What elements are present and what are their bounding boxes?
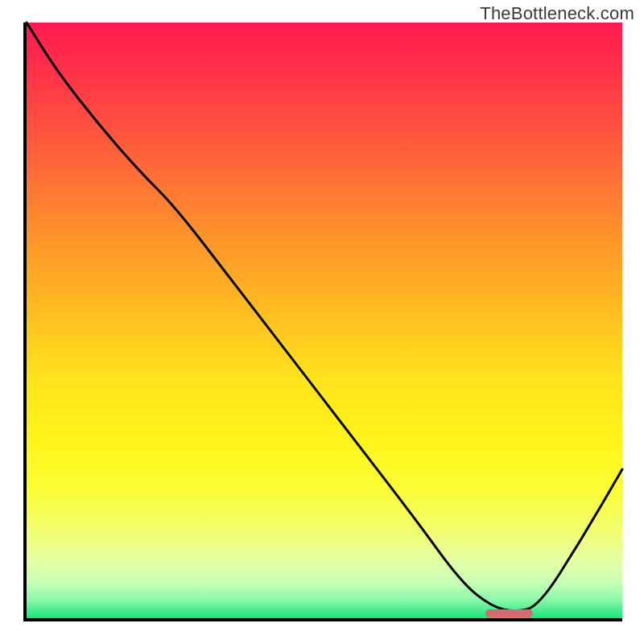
bottleneck-curve-path [27,23,622,611]
optimal-range-marker [485,609,533,617]
x-axis-line [23,618,622,621]
chart-container: { "watermark": "TheBottleneck.com", "cha… [0,0,644,644]
bottleneck-curve-svg [27,23,622,618]
watermark-text: TheBottleneck.com [480,3,634,24]
